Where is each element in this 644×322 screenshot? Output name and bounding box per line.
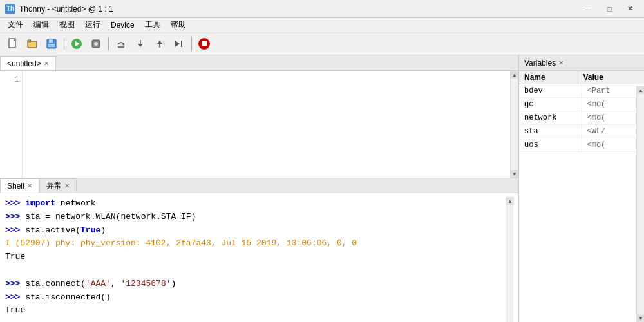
open-icon — [26, 38, 38, 50]
step-over-button[interactable] — [112, 35, 130, 53]
minimize-button[interactable]: — — [580, 3, 598, 15]
shell-scroll-up[interactable]: ▲ — [506, 197, 514, 205]
toolbar — [0, 32, 644, 55]
shell-tab-close[interactable]: ✕ — [27, 182, 32, 189]
step-into-icon — [135, 38, 146, 50]
editor-scroll-down[interactable]: ▼ — [511, 170, 518, 178]
var-name-bdev: bdev — [519, 84, 582, 97]
shell-exception-close[interactable]: ✕ — [64, 182, 70, 189]
shell-prompt-2: >>> — [5, 212, 20, 222]
new-file-icon — [7, 38, 19, 50]
shell-cmd-1: import network — [25, 198, 95, 208]
editor-scroll-track[interactable] — [511, 79, 518, 170]
shell-scroll-track[interactable] — [506, 205, 513, 322]
var-scroll-down[interactable]: ▼ — [637, 314, 644, 322]
var-row-network[interactable]: network <mo( — [519, 111, 644, 125]
var-header-value: Value — [578, 71, 637, 84]
window-controls: — □ ✕ — [580, 3, 639, 15]
shell-scrollbar[interactable]: ▲ ▼ — [506, 197, 513, 322]
var-value-network: <mo( — [582, 111, 645, 124]
menu-device[interactable]: Device — [106, 19, 140, 31]
shell-tab-shell[interactable]: Shell ✕ — [0, 178, 39, 193]
menu-file[interactable]: 文件 — [3, 18, 28, 32]
run-icon — [70, 37, 83, 50]
editor-pane: <untitled> ✕ 1 ▲ ▼ — [0, 55, 518, 178]
variables-tab-label[interactable]: Variables — [524, 59, 556, 68]
shell-cmd-5: sta.isconnected() — [25, 292, 111, 302]
shell-prompt-5: >>> — [5, 292, 20, 302]
var-row-sta[interactable]: sta <WL/ — [519, 125, 644, 138]
title-bar: Th Thonny - <untitled> @ 1 : 1 — □ ✕ — [0, 0, 644, 18]
open-button[interactable] — [23, 35, 41, 53]
line-numbers: 1 — [0, 71, 23, 178]
shell-cmd-2: sta = network.WLAN(network.STA_IF) — [25, 212, 196, 222]
shell-line-3: >>> sta.active(True) — [5, 224, 506, 238]
title-text: Thonny - <untitled> @ 1 : 1 — [19, 5, 113, 14]
step-out-icon — [154, 38, 166, 50]
shell-info-line: I (52907) phy: phy_version: 4102, 2fa7a4… — [5, 237, 506, 251]
editor-scrollbar[interactable]: ▲ ▼ — [510, 71, 518, 178]
menu-help[interactable]: 帮助 — [166, 18, 191, 32]
variables-list: bdev <Part gc <mo( network <mo( sta <WL/… — [519, 84, 644, 322]
toolbar-sep-2 — [108, 37, 109, 50]
editor-scroll-up[interactable]: ▲ — [511, 71, 518, 79]
step-into-button[interactable] — [131, 35, 149, 53]
var-value-gc: <mo( — [582, 98, 645, 111]
shell-content[interactable]: >>> import network >>> sta = network.WLA… — [0, 193, 518, 322]
variables-scrollbar[interactable]: ▲ ▼ — [636, 86, 644, 322]
menu-run[interactable]: 运行 — [80, 18, 106, 32]
menu-tools[interactable]: 工具 — [140, 18, 166, 32]
menu-bar: 文件 编辑 视图 运行 Device 工具 帮助 — [0, 18, 644, 32]
shell-prompt-4: >>> — [5, 279, 20, 289]
var-row-uos[interactable]: uos <mo( — [519, 138, 644, 152]
save-icon — [46, 38, 57, 50]
resume-button[interactable] — [170, 35, 188, 53]
code-area[interactable] — [23, 71, 510, 178]
editor-tab-untitled[interactable]: <untitled> ✕ — [0, 56, 56, 70]
svg-rect-4 — [49, 39, 53, 43]
run-button[interactable] — [68, 35, 86, 53]
stop-button[interactable] — [195, 35, 213, 53]
variables-header: Name Value — [519, 71, 644, 84]
shell-text: >>> import network >>> sta = network.WLA… — [5, 197, 506, 322]
var-header-name: Name — [519, 71, 578, 84]
editor-tab-close[interactable]: ✕ — [44, 60, 49, 67]
menu-edit[interactable]: 编辑 — [28, 18, 54, 32]
toolbar-sep-3 — [191, 37, 192, 50]
new-file-button[interactable] — [4, 35, 22, 53]
var-name-network: network — [519, 111, 582, 124]
shell-empty-2 — [5, 317, 506, 322]
shell-line-4: >>> sta.connect('AAA', '12345678') — [5, 278, 506, 291]
toolbar-sep-1 — [64, 37, 64, 50]
var-scroll-up[interactable]: ▲ — [637, 86, 644, 94]
shell-tab-exception[interactable]: 异常 ✕ — [39, 178, 77, 193]
stop-icon — [197, 37, 211, 51]
save-button[interactable] — [43, 35, 61, 53]
line-number-1: 1 — [5, 73, 19, 87]
svg-marker-13 — [138, 44, 143, 47]
var-scroll-track[interactable] — [637, 94, 644, 314]
editor-tab-label: <untitled> — [7, 59, 41, 68]
shell-line-1: >>> import network — [5, 197, 506, 211]
main-area: <untitled> ✕ 1 ▲ ▼ Shell — [0, 55, 644, 322]
shell-pane: Shell ✕ 异常 ✕ >>> import network — [0, 178, 518, 322]
shell-prompt-3: >>> — [5, 225, 20, 235]
step-out-button[interactable] — [151, 35, 169, 53]
close-button[interactable]: ✕ — [621, 3, 639, 15]
shell-line-2: >>> sta = network.WLAN(network.STA_IF) — [5, 211, 506, 224]
step-over-icon — [115, 38, 127, 50]
var-row-bdev[interactable]: bdev <Part — [519, 84, 644, 98]
menu-view[interactable]: 视图 — [54, 18, 80, 32]
variables-tab-bar: Variables ✕ — [519, 55, 644, 71]
app-icon: Th — [5, 4, 15, 14]
shell-tab-label: Shell — [7, 182, 24, 191]
shell-empty-1 — [5, 264, 506, 278]
debug-button[interactable] — [87, 35, 105, 53]
maximize-button[interactable]: □ — [600, 3, 618, 15]
editor-tabs: <untitled> ✕ — [0, 55, 518, 71]
svg-point-9 — [94, 42, 98, 46]
editor-shell-container: <untitled> ✕ 1 ▲ ▼ Shell — [0, 55, 518, 322]
variables-tab-close[interactable]: ✕ — [558, 59, 564, 66]
svg-marker-16 — [175, 41, 180, 47]
var-row-gc[interactable]: gc <mo( — [519, 98, 644, 111]
